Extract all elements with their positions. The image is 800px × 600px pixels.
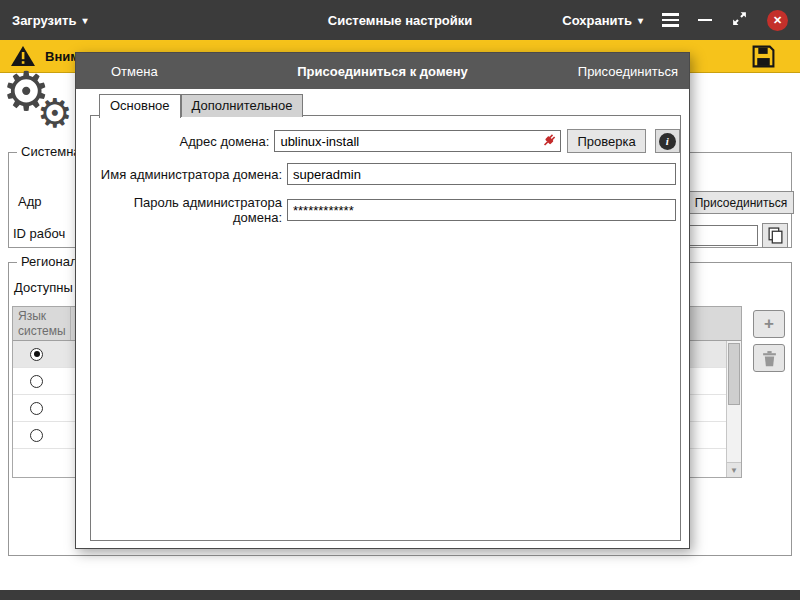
join-domain-dialog: Отмена Присоединиться к домену Присоедин… bbox=[75, 52, 690, 549]
save-button-label: Сохранить bbox=[562, 13, 632, 28]
close-button[interactable]: ✕ bbox=[767, 10, 788, 31]
available-languages-label: Доступны bbox=[14, 280, 73, 295]
info-button[interactable]: i bbox=[655, 129, 680, 153]
info-icon: i bbox=[659, 133, 676, 150]
load-button-label: Загрузить bbox=[12, 13, 76, 28]
save-settings-button[interactable] bbox=[751, 44, 776, 72]
radio-button[interactable] bbox=[30, 348, 43, 361]
regional-groupbox-legend: Регионал bbox=[17, 254, 82, 269]
copy-icon bbox=[768, 227, 783, 244]
radio-button[interactable] bbox=[30, 402, 43, 415]
tab-advanced[interactable]: Дополнительное bbox=[181, 94, 304, 117]
admin-password-input[interactable] bbox=[287, 199, 676, 221]
save-button[interactable]: Сохранить ▾ bbox=[562, 13, 643, 28]
close-icon: ✕ bbox=[773, 14, 782, 27]
join-domain-button[interactable]: Присоединиться bbox=[688, 191, 794, 214]
language-column-header: Язык системы bbox=[13, 307, 71, 340]
admin-name-row: Имя администратора домена: bbox=[91, 163, 680, 185]
dialog-header: Отмена Присоединиться к домену Присоедин… bbox=[76, 53, 689, 89]
radio-button[interactable] bbox=[30, 429, 43, 442]
menu-icon[interactable] bbox=[662, 13, 679, 27]
minimize-button[interactable] bbox=[698, 19, 712, 22]
cancel-button[interactable]: Отмена bbox=[111, 64, 158, 79]
domain-address-input[interactable] bbox=[274, 130, 561, 152]
chevron-down-icon: ▾ bbox=[82, 15, 87, 26]
radio-button[interactable] bbox=[30, 375, 43, 388]
tab-basic[interactable]: Основное bbox=[99, 94, 181, 118]
table-scrollbar[interactable]: ▼ bbox=[726, 341, 741, 477]
expand-icon bbox=[731, 10, 748, 27]
domain-address-label: Адрес домена: bbox=[91, 134, 274, 149]
load-button[interactable]: Загрузить ▾ bbox=[12, 0, 87, 40]
add-language-button[interactable]: + bbox=[753, 310, 785, 338]
dialog-tab-content: Адрес домена: Проверка i bbox=[90, 115, 681, 541]
scrollbar-thumb[interactable] bbox=[728, 343, 740, 405]
join-confirm-button[interactable]: Присоединиться bbox=[578, 64, 678, 79]
scrollbar-down-arrow[interactable]: ▼ bbox=[727, 462, 741, 477]
chevron-down-icon: ▾ bbox=[638, 15, 643, 26]
gear-icon: ⚙ bbox=[37, 90, 73, 136]
check-button[interactable]: Проверка bbox=[567, 129, 645, 153]
floppy-disk-icon bbox=[751, 44, 776, 69]
trash-icon bbox=[762, 350, 777, 367]
admin-password-label: Пароль администратора домена: bbox=[91, 195, 287, 225]
title-bar: Загрузить ▾ Системные настройки Сохранит… bbox=[0, 0, 800, 40]
copy-button[interactable] bbox=[762, 223, 788, 248]
domain-address-row: Адрес домена: Проверка i bbox=[91, 129, 680, 153]
workspace-id-label: ID рабоч bbox=[13, 226, 65, 241]
dialog-tabs: Основное Дополнительное bbox=[99, 94, 303, 117]
fullscreen-button[interactable] bbox=[731, 10, 748, 30]
window-bottom-edge bbox=[0, 590, 800, 600]
title-bar-actions: Сохранить ▾ ✕ bbox=[562, 0, 788, 40]
address-label: Адр bbox=[18, 194, 42, 209]
admin-password-row: Пароль администратора домена: bbox=[91, 195, 680, 225]
admin-name-label: Имя администратора домена: bbox=[91, 167, 287, 182]
delete-language-button[interactable] bbox=[753, 344, 785, 372]
admin-name-input[interactable] bbox=[287, 163, 676, 185]
